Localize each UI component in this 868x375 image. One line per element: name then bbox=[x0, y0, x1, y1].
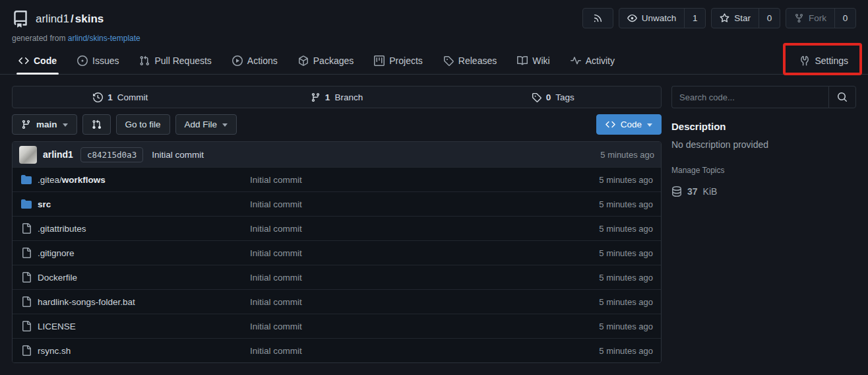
commit-hash-badge[interactable]: c84215d0a3 bbox=[80, 147, 143, 162]
compare-button[interactable] bbox=[82, 114, 111, 135]
database-icon bbox=[671, 186, 682, 197]
add-file-label: Add File bbox=[185, 119, 218, 129]
file-name-link[interactable]: .gitignore bbox=[38, 248, 75, 258]
repo-nav: Code Issues Pull Requests Actions Packag… bbox=[0, 48, 868, 75]
branch-selector[interactable]: main bbox=[12, 114, 77, 135]
file-commit-link[interactable]: Initial commit bbox=[250, 346, 549, 356]
commit-message-link[interactable]: Initial commit bbox=[152, 150, 204, 160]
tab-projects[interactable]: Projects bbox=[374, 48, 423, 74]
tab-pull-requests[interactable]: Pull Requests bbox=[139, 48, 211, 74]
tab-wiki[interactable]: Wiki bbox=[517, 48, 549, 74]
repo-page: arlind1/skins generated from arlind/skin… bbox=[0, 0, 868, 375]
repo-stats-bar: 1 Commit 1 Branch 0 Tags bbox=[12, 86, 662, 108]
file-row: hardlink-songs-folder.batInitial commit5… bbox=[13, 289, 661, 314]
pulse-icon bbox=[571, 55, 581, 66]
fork-button[interactable]: Fork bbox=[786, 9, 834, 28]
file-name-link[interactable]: rsync.sh bbox=[38, 346, 71, 356]
description-title: Description bbox=[671, 121, 856, 132]
file-commit-link[interactable]: Initial commit bbox=[250, 175, 549, 185]
caret-down-icon bbox=[647, 123, 652, 127]
file-name-link[interactable]: hardlink-songs-folder.bat bbox=[38, 297, 135, 307]
file-commit-link[interactable]: Initial commit bbox=[250, 297, 549, 307]
tag-count-label: Tags bbox=[555, 92, 574, 102]
file-commit-time: 5 minutes ago bbox=[549, 224, 661, 234]
file-commit-time: 5 minutes ago bbox=[549, 175, 661, 185]
tag-icon bbox=[443, 55, 454, 66]
file-name-link[interactable]: Dockerfile bbox=[38, 273, 77, 283]
history-icon bbox=[93, 92, 103, 102]
tab-projects-label: Projects bbox=[389, 55, 423, 66]
content: 1 Commit 1 Branch 0 Tags bbox=[0, 75, 868, 363]
fork-icon bbox=[794, 13, 804, 23]
tab-code[interactable]: Code bbox=[18, 48, 57, 74]
rss-icon bbox=[583, 9, 613, 28]
file-name: LICENSE bbox=[38, 322, 76, 331]
commit-author-link[interactable]: arlind1 bbox=[43, 149, 73, 160]
star-count[interactable]: 0 bbox=[759, 9, 780, 28]
tab-settings[interactable]: Settings bbox=[799, 48, 848, 74]
file-commit-link[interactable]: Initial commit bbox=[250, 224, 549, 234]
tab-actions-label: Actions bbox=[247, 55, 278, 66]
file-name-link[interactable]: .gitattributes bbox=[38, 224, 86, 234]
file-row: .gitea/workflowsInitial commit5 minutes … bbox=[13, 167, 661, 191]
git-branch-icon bbox=[21, 119, 31, 129]
code-icon bbox=[18, 55, 29, 66]
file-name-link[interactable]: LICENSE bbox=[38, 322, 76, 331]
tab-issues[interactable]: Issues bbox=[77, 48, 119, 74]
star-button[interactable]: Star bbox=[712, 9, 759, 28]
file-commit-link[interactable]: Initial commit bbox=[250, 322, 549, 331]
search-input[interactable] bbox=[671, 86, 828, 108]
code-toolbar: main Go to file Add File bbox=[12, 114, 662, 135]
eye-icon bbox=[627, 13, 637, 23]
manage-topics-link[interactable]: Manage Topics bbox=[671, 166, 856, 175]
file-table: arlind1 c84215d0a3 Initial commit 5 minu… bbox=[12, 141, 662, 363]
play-circle-icon bbox=[232, 55, 243, 66]
file-name-link[interactable]: src bbox=[38, 199, 51, 209]
file-commit-time: 5 minutes ago bbox=[549, 297, 661, 307]
file-name: .gitattributes bbox=[38, 224, 86, 234]
commits-stat[interactable]: 1 Commit bbox=[13, 86, 229, 108]
branches-stat[interactable]: 1 Branch bbox=[229, 86, 445, 108]
git-branch-icon bbox=[311, 92, 321, 102]
folder-icon bbox=[21, 174, 32, 185]
star-label: Star bbox=[734, 13, 751, 23]
template-repo-link[interactable]: arlind/skins-template bbox=[68, 34, 140, 43]
fork-label: Fork bbox=[809, 13, 826, 23]
file-icon bbox=[21, 272, 32, 283]
go-to-file-label: Go to file bbox=[125, 119, 161, 129]
code-download-button[interactable]: Code bbox=[596, 114, 662, 135]
repo-owner-link[interactable]: arlind1 bbox=[36, 13, 69, 25]
file-row: .gitignoreInitial commit5 minutes ago bbox=[13, 240, 661, 265]
unwatch-button[interactable]: Unwatch bbox=[619, 9, 685, 28]
tab-packages-label: Packages bbox=[313, 55, 354, 66]
tags-stat[interactable]: 0 Tags bbox=[445, 86, 661, 108]
main-column: 1 Commit 1 Branch 0 Tags bbox=[12, 86, 662, 363]
file-commit-time: 5 minutes ago bbox=[549, 273, 661, 283]
tab-settings-label: Settings bbox=[815, 55, 848, 66]
tab-activity[interactable]: Activity bbox=[571, 48, 615, 74]
add-file-button[interactable]: Add File bbox=[175, 114, 237, 135]
avatar[interactable] bbox=[19, 146, 37, 164]
repo-name-link[interactable]: skins bbox=[75, 13, 104, 25]
rss-button[interactable] bbox=[582, 8, 613, 28]
file-row: rsync.shInitial commit5 minutes ago bbox=[13, 338, 661, 362]
search-button[interactable] bbox=[828, 86, 856, 108]
tab-actions[interactable]: Actions bbox=[232, 48, 278, 74]
tab-packages[interactable]: Packages bbox=[298, 48, 354, 74]
file-commit-link[interactable]: Initial commit bbox=[250, 273, 549, 283]
repo-title: arlind1/skins bbox=[36, 13, 104, 26]
file-name-cell: .gitattributes bbox=[13, 223, 250, 234]
branch-count-label: Branch bbox=[334, 92, 363, 102]
repo-icon bbox=[12, 11, 29, 28]
file-name-link[interactable]: .gitea/workflows bbox=[38, 175, 106, 185]
go-to-file-button[interactable]: Go to file bbox=[116, 114, 170, 135]
commit-count: 1 bbox=[108, 92, 113, 102]
file-commit-link[interactable]: Initial commit bbox=[250, 199, 549, 209]
file-commit-link[interactable]: Initial commit bbox=[250, 248, 549, 258]
file-row: srcInitial commit5 minutes ago bbox=[13, 191, 661, 216]
fork-count[interactable]: 0 bbox=[834, 9, 855, 28]
file-name: .gitignore bbox=[38, 248, 75, 258]
tab-releases[interactable]: Releases bbox=[443, 48, 497, 74]
tab-issues-label: Issues bbox=[92, 55, 119, 66]
watch-count[interactable]: 1 bbox=[684, 9, 705, 28]
